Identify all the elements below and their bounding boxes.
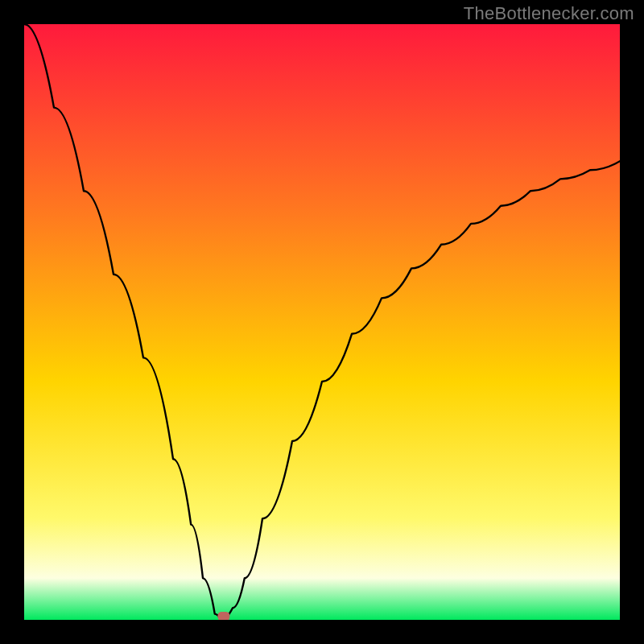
gradient-background: [24, 24, 620, 620]
minimum-marker: [218, 613, 229, 620]
watermark-text: TheBottlenecker.com: [464, 3, 634, 24]
chart-frame: TheBottlenecker.com: [0, 0, 644, 644]
plot-area: [24, 24, 620, 620]
bottleneck-chart: [24, 24, 620, 620]
